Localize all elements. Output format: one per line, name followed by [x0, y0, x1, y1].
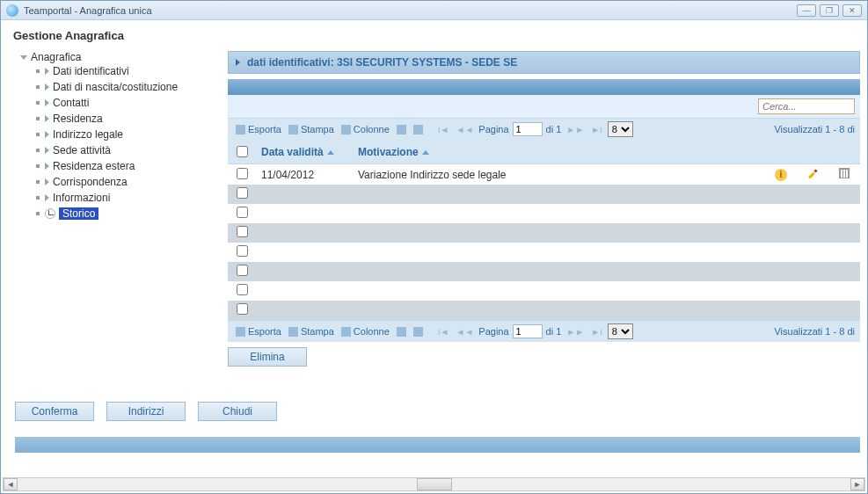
- tree-item-label: Dati di nascita/costituzione: [53, 81, 178, 93]
- tree-item-label: Informazioni: [53, 192, 110, 204]
- tree-item[interactable]: Indirizzo legale: [36, 128, 219, 141]
- row-checkbox[interactable]: [237, 207, 248, 218]
- maximize-button[interactable]: ❐: [820, 4, 839, 17]
- tree-item[interactable]: Informazioni: [36, 192, 219, 204]
- page-prev-button[interactable]: ◄◄: [455, 327, 476, 337]
- cell-motive: [353, 262, 765, 281]
- window-title: Teamportal - Anagrafica unica: [24, 5, 797, 16]
- table-row: [228, 281, 860, 301]
- tree-item[interactable]: Contatti: [36, 97, 219, 109]
- caret-right-icon: [45, 163, 49, 170]
- search-tool[interactable]: [394, 327, 409, 337]
- select-all-checkbox[interactable]: [237, 146, 248, 157]
- columns-button[interactable]: Colonne: [339, 326, 392, 337]
- magnifier-icon: [397, 327, 406, 337]
- printer-icon: [288, 125, 298, 134]
- tree-item-label: Storico: [59, 207, 98, 220]
- page-size-select[interactable]: 8: [608, 323, 633, 339]
- page-last-button[interactable]: ►ı: [589, 125, 604, 134]
- scroll-right-button[interactable]: ►: [850, 478, 864, 490]
- wrench-icon: [341, 125, 351, 134]
- delete-button[interactable]: Elimina: [228, 347, 307, 367]
- refresh-icon: [413, 125, 423, 134]
- app-icon: [6, 4, 18, 17]
- close-button[interactable]: ✕: [842, 4, 862, 17]
- row-checkbox[interactable]: [237, 187, 248, 199]
- page-next-button[interactable]: ►►: [565, 327, 586, 337]
- page-last-button[interactable]: ►ı: [589, 327, 604, 337]
- table-row: [228, 185, 860, 204]
- refresh-tool[interactable]: [411, 125, 426, 134]
- minimize-button[interactable]: —: [797, 4, 816, 17]
- scroll-left-button[interactable]: ◄: [4, 478, 18, 490]
- confirm-button[interactable]: Conferma: [15, 402, 94, 421]
- page-next-button[interactable]: ►►: [565, 125, 586, 134]
- cell-date: [256, 185, 353, 204]
- panel-header[interactable]: dati identificativi: 3SI SECURITY SYSTEM…: [228, 51, 860, 74]
- page-label: Pagina: [478, 124, 508, 134]
- tree-item[interactable]: Sede attività: [36, 144, 219, 156]
- tree-item[interactable]: Corrispondenza: [36, 176, 219, 188]
- edit-icon[interactable]: [806, 167, 819, 179]
- horizontal-scrollbar[interactable]: ◄ ►: [3, 477, 865, 491]
- scrollbar-thumb[interactable]: [417, 478, 452, 490]
- cell-date: [256, 204, 353, 223]
- caret-right-icon: [45, 178, 49, 185]
- columns-button[interactable]: Colonne: [339, 124, 392, 134]
- grid-toolbar-bottom: Esporta Stampa Colonne ı◄ ◄◄ Pagina di 1…: [228, 320, 860, 342]
- search-tool[interactable]: [394, 125, 409, 134]
- tree-root-label: Anagrafica: [31, 51, 81, 63]
- tree-item[interactable]: Dati identificativi: [36, 65, 219, 77]
- scrollbar-track[interactable]: [18, 478, 850, 490]
- col-header-motive[interactable]: Motivazione: [353, 140, 765, 164]
- row-checkbox[interactable]: [237, 226, 248, 237]
- cell-date: 11/04/2012: [256, 164, 353, 185]
- tree-item[interactable]: Dati di nascita/costituzione: [36, 81, 219, 93]
- trash-icon[interactable]: [839, 168, 850, 178]
- table-row: 11/04/2012Variazione Indirizzo sede lega…: [228, 164, 860, 185]
- caret-right-icon: [45, 68, 49, 75]
- page-first-button[interactable]: ı◄: [436, 327, 451, 337]
- tree-item[interactable]: Residenza: [36, 113, 219, 125]
- refresh-tool[interactable]: [411, 327, 426, 337]
- row-checkbox[interactable]: [237, 245, 248, 257]
- tree-item-label: Corrispondenza: [53, 176, 128, 188]
- table-row: [228, 262, 860, 281]
- sort-icon: [422, 150, 429, 155]
- print-button[interactable]: Stampa: [286, 124, 337, 134]
- cell-motive: [353, 281, 765, 301]
- magnifier-icon: [397, 125, 406, 134]
- cell-motive: [353, 223, 765, 243]
- search-input[interactable]: [758, 98, 855, 114]
- table-row: [228, 301, 860, 320]
- addresses-button[interactable]: Indirizzi: [106, 402, 186, 421]
- close-dialog-button[interactable]: Chiudi: [198, 402, 277, 421]
- visible-count-label: Visualizzati 1 - 8 di: [774, 326, 855, 337]
- row-checkbox[interactable]: [237, 168, 248, 179]
- page-number-input[interactable]: [513, 122, 543, 136]
- tree-root-anagrafica[interactable]: Anagrafica: [20, 51, 219, 63]
- tree-item-label: Residenza: [53, 113, 103, 125]
- tree-dot-icon: [36, 212, 40, 215]
- caret-right-icon: [45, 115, 49, 122]
- page-prev-button[interactable]: ◄◄: [455, 125, 476, 134]
- col-header-date[interactable]: Data validità: [256, 140, 353, 164]
- page-number-input[interactable]: [513, 324, 543, 338]
- row-checkbox[interactable]: [237, 303, 248, 315]
- row-checkbox[interactable]: [237, 284, 248, 295]
- export-button[interactable]: Esporta: [233, 326, 284, 337]
- page-first-button[interactable]: ı◄: [436, 125, 451, 134]
- caret-right-icon: [45, 147, 49, 154]
- tree-dot-icon: [36, 180, 40, 184]
- tree-item[interactable]: Residenza estera: [36, 160, 219, 172]
- print-button[interactable]: Stampa: [286, 326, 337, 337]
- tree-item[interactable]: Storico: [36, 207, 219, 220]
- tree-item-label: Residenza estera: [53, 160, 135, 172]
- info-icon[interactable]: i: [775, 169, 787, 181]
- row-checkbox[interactable]: [237, 265, 248, 276]
- page-size-select[interactable]: 8: [608, 121, 633, 137]
- export-button[interactable]: Esporta: [233, 124, 284, 134]
- cell-date: [256, 301, 353, 320]
- cell-motive: [353, 185, 765, 204]
- tree-dot-icon: [36, 196, 40, 200]
